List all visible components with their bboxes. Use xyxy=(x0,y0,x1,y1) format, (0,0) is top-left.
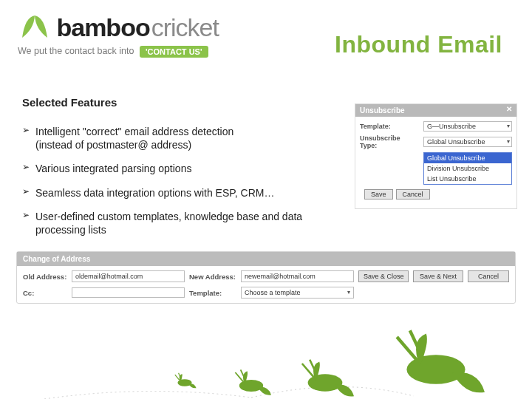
feature-text: Various integrated parsing options xyxy=(35,163,191,174)
unsub-type-value: Global Unsubscribe xyxy=(427,138,485,146)
unsubscribe-panel: Unsubscribe ✕ Template: G—Unsubscribe ▾ … xyxy=(355,103,517,209)
unsub-type-label: Unsubscribe Type: xyxy=(360,134,419,149)
svg-line-7 xyxy=(302,364,314,377)
cc-label: Cc: xyxy=(23,289,67,297)
svg-point-6 xyxy=(308,374,343,391)
template-select[interactable]: Choose a template ▾ xyxy=(241,287,354,299)
feature-item: Seamless data integration options with E… xyxy=(22,186,340,200)
cc-input[interactable] xyxy=(72,287,185,298)
dropdown-option[interactable]: Division Unsubscribe xyxy=(424,163,511,174)
feature-text: Seamless data integration options with E… xyxy=(35,187,274,199)
template-label: Template: xyxy=(360,123,419,130)
panel-title-text: Change of Address xyxy=(17,252,515,266)
template-label: Template: xyxy=(189,289,236,297)
brand-logo: bamboocricket xyxy=(18,13,219,42)
chevron-down-icon: ▾ xyxy=(347,289,350,296)
new-address-label: New Address: xyxy=(189,273,236,281)
cancel-button[interactable]: Cancel xyxy=(396,189,430,200)
dropdown-option[interactable]: Global Unsubscribe xyxy=(424,153,511,163)
feature-item: Intelligent "correct" email address dete… xyxy=(22,125,340,151)
leaf-icon xyxy=(18,14,52,42)
old-address-input[interactable]: oldemail@hotmail.com xyxy=(72,270,185,282)
feature-item: Various integrated parsing options xyxy=(22,162,340,175)
dropdown-option[interactable]: List Unsubscribe xyxy=(424,174,511,184)
new-address-input[interactable]: newemail@hotmail.com xyxy=(241,270,354,282)
save-button[interactable]: Save xyxy=(364,189,393,200)
old-address-label: Old Address: xyxy=(23,273,67,281)
chevron-down-icon: ▾ xyxy=(507,123,510,129)
panel-title-bar: Unsubscribe ✕ xyxy=(355,104,516,117)
feature-text: Intelligent "correct" email address dete… xyxy=(35,126,233,137)
svg-point-9 xyxy=(406,355,465,384)
unsub-type-select[interactable]: Global Unsubscribe ▾ xyxy=(423,137,512,147)
template-value: G—Unsubscribe xyxy=(427,123,476,130)
svg-line-2 xyxy=(179,373,182,380)
chevron-down-icon: ▾ xyxy=(507,138,510,145)
svg-point-0 xyxy=(177,379,191,386)
tagline-badge: 'CONTACT US' xyxy=(140,46,208,58)
change-of-address-panel: Change of Address Old Address: oldemail@… xyxy=(16,251,516,304)
cancel-button[interactable]: Cancel xyxy=(468,270,509,282)
close-icon[interactable]: ✕ xyxy=(506,106,514,113)
svg-line-5 xyxy=(241,369,246,381)
brand-name-primary: bamboo xyxy=(56,13,149,41)
unsub-type-dropdown[interactable]: Global Unsubscribe Division Unsubscribe … xyxy=(423,152,512,185)
brand-tagline: We put the contact back into 'CONTACT US… xyxy=(18,46,208,58)
template-select[interactable]: G—Unsubscribe ▾ xyxy=(423,121,512,132)
svg-point-3 xyxy=(239,380,263,392)
feature-list: Intelligent "correct" email address dete… xyxy=(22,125,340,236)
tagline-text: We put the contact back into xyxy=(18,46,134,56)
save-close-button[interactable]: Save & Close xyxy=(358,270,409,282)
svg-line-10 xyxy=(397,337,416,360)
panel-title-text: Unsubscribe xyxy=(360,106,405,115)
cricket-decoration xyxy=(0,296,532,399)
page-title: Inbound Email xyxy=(335,31,502,58)
svg-line-11 xyxy=(410,330,423,358)
feature-subtext: (instead of postmaster@ address) xyxy=(35,138,340,151)
svg-line-4 xyxy=(235,372,243,382)
save-next-button[interactable]: Save & Next xyxy=(413,270,463,282)
feature-text: User-defined custom templates, knowledge… xyxy=(35,211,302,236)
brand-wordmark: bamboocricket xyxy=(56,13,218,41)
feature-item: User-defined custom templates, knowledge… xyxy=(22,210,340,236)
svg-line-8 xyxy=(310,360,317,376)
brand-name-secondary: cricket xyxy=(151,13,219,41)
svg-line-1 xyxy=(175,375,180,380)
